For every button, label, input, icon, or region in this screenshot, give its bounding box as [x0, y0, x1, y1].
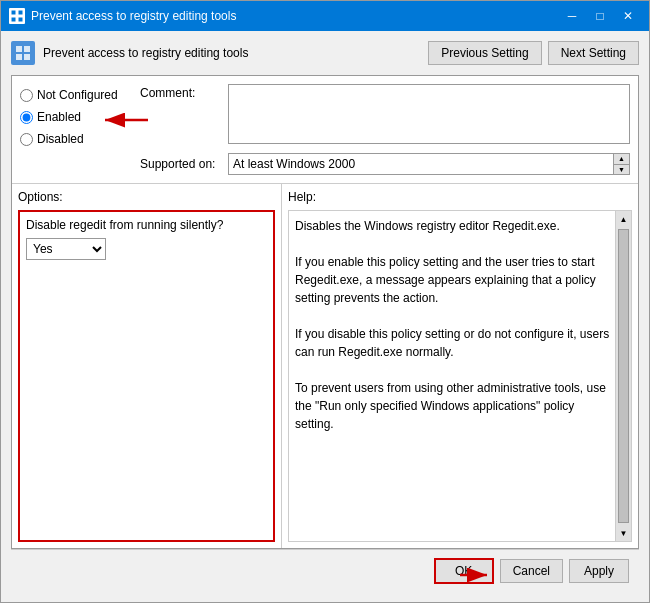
main-window: Prevent access to registry editing tools… [0, 0, 650, 603]
svg-rect-6 [16, 54, 22, 60]
radio-group: Not Configured Enabled Disabled [20, 84, 130, 175]
options-content: Disable regedit from running silently? Y… [18, 210, 275, 542]
next-setting-button[interactable]: Next Setting [548, 41, 639, 65]
help-text-container: Disables the Windows registry editor Reg… [288, 210, 632, 542]
maximize-button[interactable]: □ [587, 5, 613, 27]
option-select[interactable]: Yes No [26, 238, 106, 260]
help-scroll-down-button[interactable]: ▼ [616, 525, 631, 541]
svg-rect-4 [16, 46, 22, 52]
bottom-section: Options: Disable regedit from running si… [12, 184, 638, 548]
prev-setting-button[interactable]: Previous Setting [428, 41, 541, 65]
supported-value-container: At least Windows 2000 ▲ ▼ [228, 153, 630, 175]
svg-rect-7 [24, 54, 30, 60]
cancel-button[interactable]: Cancel [500, 559, 563, 583]
help-content: Disables the Windows registry editor Reg… [295, 219, 609, 431]
enabled-radio[interactable] [20, 111, 33, 124]
supported-row: Supported on: At least Windows 2000 ▲ ▼ [140, 153, 630, 175]
window-icon [9, 8, 25, 24]
dialog-title: Prevent access to registry editing tools [43, 46, 428, 60]
help-title: Help: [288, 190, 632, 204]
close-button[interactable]: ✕ [615, 5, 641, 27]
not-configured-radio[interactable] [20, 89, 33, 102]
content-area: Prevent access to registry editing tools… [1, 31, 649, 602]
supported-scroll-down[interactable]: ▼ [614, 165, 629, 175]
svg-rect-3 [18, 17, 23, 22]
supported-label: Supported on: [140, 157, 220, 171]
top-section: Not Configured Enabled Disabled [12, 76, 638, 184]
title-bar: Prevent access to registry editing tools… [1, 1, 649, 31]
comment-row: Comment: [140, 84, 630, 147]
disabled-option[interactable]: Disabled [20, 132, 130, 146]
header-buttons: Previous Setting Next Setting [428, 41, 639, 65]
svg-rect-1 [18, 10, 23, 15]
not-configured-label: Not Configured [37, 88, 118, 102]
enabled-label: Enabled [37, 110, 81, 124]
comment-label: Comment: [140, 84, 220, 100]
help-text: Disables the Windows registry editor Reg… [289, 211, 631, 541]
supported-value-text: At least Windows 2000 [233, 157, 355, 171]
disabled-label: Disabled [37, 132, 84, 146]
option-label: Disable regedit from running silently? [26, 218, 267, 232]
not-configured-option[interactable]: Not Configured [20, 88, 130, 102]
options-title: Options: [18, 190, 275, 204]
minimize-button[interactable]: ─ [559, 5, 585, 27]
svg-rect-0 [11, 10, 16, 15]
right-section: Comment: Supported on: At least Windows … [140, 84, 630, 175]
main-area: Not Configured Enabled Disabled [11, 75, 639, 549]
window-controls: ─ □ ✕ [559, 5, 641, 27]
header-row: Prevent access to registry editing tools… [11, 41, 639, 65]
window-title: Prevent access to registry editing tools [31, 9, 559, 23]
supported-scrollbar: ▲ ▼ [613, 154, 629, 174]
help-pane: Help: Disables the Windows registry edit… [282, 184, 638, 548]
options-pane: Options: Disable regedit from running si… [12, 184, 282, 548]
footer: OK Cancel Apply [11, 549, 639, 592]
ok-button[interactable]: OK [434, 558, 494, 584]
comment-container [228, 84, 630, 147]
enabled-option[interactable]: Enabled [20, 110, 130, 124]
help-scroll-up-button[interactable]: ▲ [616, 211, 631, 227]
comment-textarea[interactable] [228, 84, 630, 144]
disabled-radio[interactable] [20, 133, 33, 146]
help-scroll-thumb[interactable] [618, 229, 629, 523]
help-scrollbar: ▲ ▼ [615, 211, 631, 541]
svg-rect-5 [24, 46, 30, 52]
apply-button[interactable]: Apply [569, 559, 629, 583]
svg-rect-2 [11, 17, 16, 22]
policy-icon [11, 41, 35, 65]
supported-scroll-up[interactable]: ▲ [614, 154, 629, 165]
